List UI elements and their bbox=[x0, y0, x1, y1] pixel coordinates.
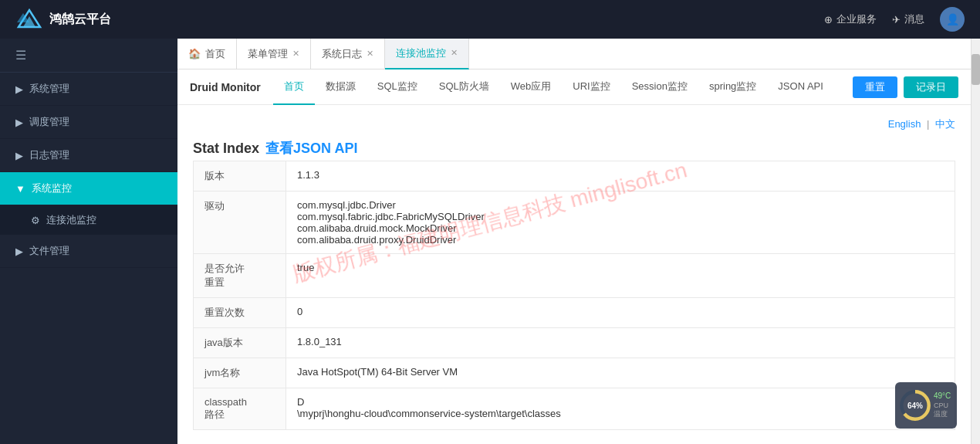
table-row: 重置次数0 bbox=[194, 298, 955, 328]
lang-cn-link[interactable]: 中文 bbox=[935, 118, 955, 130]
logo-icon bbox=[15, 5, 43, 33]
druid-nav-spring-monitor[interactable]: spring监控 bbox=[698, 69, 767, 105]
stat-label: java版本 bbox=[194, 328, 286, 358]
tab-menu-mgmt-close[interactable]: ✕ bbox=[292, 49, 299, 59]
right-arrow-icon-3: ▶ bbox=[15, 150, 23, 161]
message-btn[interactable]: ✈ 消息 bbox=[892, 12, 924, 26]
table-row: java版本1.8.0_131 bbox=[194, 328, 955, 358]
druid-nav-spring-monitor-label: spring监控 bbox=[709, 80, 756, 93]
stat-title: Stat Index 查看JSON API bbox=[193, 139, 955, 158]
cpu-percentage: 64% bbox=[907, 402, 923, 410]
sidebar-collapse-btn[interactable]: ☰ bbox=[0, 39, 177, 73]
lang-links: English | 中文 bbox=[193, 117, 955, 131]
sidebar-label-schedule-mgmt: 调度管理 bbox=[29, 115, 69, 129]
header-right: ⊕ 企业服务 ✈ 消息 👤 bbox=[824, 7, 965, 32]
druid-nav-sql-monitor-label: SQL监控 bbox=[377, 80, 417, 93]
tab-conn-pool[interactable]: 连接池监控 ✕ bbox=[385, 39, 469, 69]
stat-value: 1.1.3 bbox=[286, 161, 955, 191]
stat-label: 版本 bbox=[194, 161, 286, 191]
sidebar-label-file-mgmt: 文件管理 bbox=[29, 244, 69, 258]
content-area: 🏠 首页 菜单管理 ✕ 系统日志 ✕ 连接池监控 ✕ Druid Monitor bbox=[177, 39, 971, 444]
sidebar-sub-item-conn-pool[interactable]: ⚙ 连接池监控 bbox=[0, 205, 177, 235]
sidebar-label-system-mgmt: 系统管理 bbox=[29, 82, 69, 96]
druid-nav-web-app-label: Web应用 bbox=[511, 80, 552, 93]
logo-text: 鸿鹄云平台 bbox=[49, 12, 111, 28]
logo: 鸿鹄云平台 bbox=[15, 5, 111, 33]
sidebar-item-log-mgmt[interactable]: ▶ 日志管理 bbox=[0, 139, 177, 172]
table-row: 驱动com.mysql.jdbc.Driver com.mysql.fabric… bbox=[194, 191, 955, 254]
stat-label: classpath 路径 bbox=[194, 388, 286, 430]
down-arrow-icon: ▼ bbox=[15, 183, 25, 195]
stats-table: 版本1.1.3驱动com.mysql.jdbc.Driver com.mysql… bbox=[193, 161, 955, 430]
druid-nav-uri-monitor[interactable]: URI监控 bbox=[562, 69, 620, 105]
stat-json-api-link[interactable]: 查看JSON API bbox=[265, 139, 357, 158]
sidebar-item-schedule-mgmt[interactable]: ▶ 调度管理 bbox=[0, 106, 177, 139]
message-label: 消息 bbox=[904, 12, 924, 26]
tab-home-label: 首页 bbox=[205, 47, 225, 61]
message-icon: ✈ bbox=[892, 14, 901, 25]
stat-content: English | 中文 Stat Index 查看JSON API 版本1.1… bbox=[177, 105, 971, 442]
enterprise-service-btn[interactable]: ⊕ 企业服务 bbox=[824, 12, 877, 26]
sidebar-sub-label-conn-pool: 连接池监控 bbox=[46, 213, 96, 227]
druid-nav-uri-monitor-label: URI监控 bbox=[573, 80, 610, 93]
tab-conn-pool-close[interactable]: ✕ bbox=[451, 48, 458, 58]
record-btn[interactable]: 记录日 bbox=[904, 76, 958, 98]
collapse-icon: ☰ bbox=[15, 49, 26, 62]
table-row: jvm名称Java HotSpot(TM) 64-Bit Server VM bbox=[194, 358, 955, 388]
cpu-label: CPU温度 bbox=[934, 402, 952, 419]
main-layout: ☰ ▶ 系统管理 ▶ 调度管理 ▶ 日志管理 ▼ 系统监控 ⚙ 连接池监控 ▶ … bbox=[0, 39, 980, 444]
tab-system-log-close[interactable]: ✕ bbox=[367, 49, 373, 59]
druid-nav-datasource-label: 数据源 bbox=[326, 80, 356, 93]
stat-label: 重置次数 bbox=[194, 298, 286, 328]
druid-title: Druid Monitor bbox=[190, 81, 261, 93]
tab-conn-pool-label: 连接池监控 bbox=[396, 46, 446, 60]
stat-title-text: Stat Index bbox=[193, 141, 259, 157]
sidebar-item-system-mgmt[interactable]: ▶ 系统管理 bbox=[0, 73, 177, 106]
cpu-circle: 64% bbox=[900, 390, 931, 421]
right-scrollbar[interactable] bbox=[971, 39, 980, 444]
druid-nav-actions: 重置 记录日 bbox=[853, 76, 958, 98]
table-row: 版本1.1.3 bbox=[194, 161, 955, 191]
avatar[interactable]: 👤 bbox=[940, 7, 965, 32]
druid-nav-session-monitor-label: Session监控 bbox=[632, 80, 688, 93]
druid-nav-json-api[interactable]: JSON API bbox=[767, 69, 834, 105]
tab-menu-mgmt[interactable]: 菜单管理 ✕ bbox=[237, 39, 311, 69]
globe-icon: ⊕ bbox=[824, 14, 833, 25]
table-row: 是否允许 重置true bbox=[194, 254, 955, 298]
cpu-info: 49°C CPU温度 bbox=[934, 391, 952, 419]
home-icon: 🏠 bbox=[188, 48, 201, 59]
stat-value: com.mysql.jdbc.Driver com.mysql.fabric.j… bbox=[286, 191, 955, 254]
conn-pool-icon: ⚙ bbox=[31, 215, 40, 226]
tab-system-log[interactable]: 系统日志 ✕ bbox=[311, 39, 385, 69]
stat-label: 驱动 bbox=[194, 191, 286, 254]
sidebar: ☰ ▶ 系统管理 ▶ 调度管理 ▶ 日志管理 ▼ 系统监控 ⚙ 连接池监控 ▶ … bbox=[0, 39, 177, 444]
sidebar-label-log-mgmt: 日志管理 bbox=[29, 148, 69, 162]
right-arrow-icon-2: ▶ bbox=[15, 117, 23, 128]
stat-value: Java HotSpot(TM) 64-Bit Server VM bbox=[286, 358, 955, 388]
inner-content: Druid Monitor 首页 数据源 SQL监控 SQL防火墙 Web应用 … bbox=[177, 69, 971, 444]
tab-home[interactable]: 🏠 首页 bbox=[177, 39, 237, 69]
druid-nav-home[interactable]: 首页 bbox=[273, 69, 315, 105]
stat-label: jvm名称 bbox=[194, 358, 286, 388]
druid-nav: Druid Monitor 首页 数据源 SQL监控 SQL防火墙 Web应用 … bbox=[177, 69, 971, 105]
stat-value: 0 bbox=[286, 298, 955, 328]
druid-nav-datasource[interactable]: 数据源 bbox=[315, 69, 367, 105]
table-row: classpath 路径D \myprj\honghu-cloud\common… bbox=[194, 388, 955, 430]
stat-label: 是否允许 重置 bbox=[194, 254, 286, 298]
druid-nav-sql-monitor[interactable]: SQL监控 bbox=[367, 69, 428, 105]
stat-value: D \myprj\honghu-cloud\commonservice-syst… bbox=[286, 388, 955, 430]
scrollbar-thumb[interactable] bbox=[972, 54, 980, 85]
tab-menu-mgmt-label: 菜单管理 bbox=[248, 47, 288, 61]
header: 鸿鹄云平台 ⊕ 企业服务 ✈ 消息 👤 bbox=[0, 0, 980, 39]
lang-en-link[interactable]: English bbox=[888, 118, 921, 130]
druid-nav-json-api-label: JSON API bbox=[778, 80, 823, 92]
stat-value: true bbox=[286, 254, 955, 298]
druid-nav-sql-firewall[interactable]: SQL防火墙 bbox=[428, 69, 500, 105]
reset-btn[interactable]: 重置 bbox=[853, 76, 897, 98]
stat-value: 1.8.0_131 bbox=[286, 328, 955, 358]
tab-bar: 🏠 首页 菜单管理 ✕ 系统日志 ✕ 连接池监控 ✕ bbox=[177, 39, 971, 69]
sidebar-item-file-mgmt[interactable]: ▶ 文件管理 bbox=[0, 235, 177, 268]
sidebar-item-system-monitor[interactable]: ▼ 系统监控 bbox=[0, 172, 177, 205]
druid-nav-web-app[interactable]: Web应用 bbox=[500, 69, 563, 105]
druid-nav-session-monitor[interactable]: Session监控 bbox=[621, 69, 698, 105]
